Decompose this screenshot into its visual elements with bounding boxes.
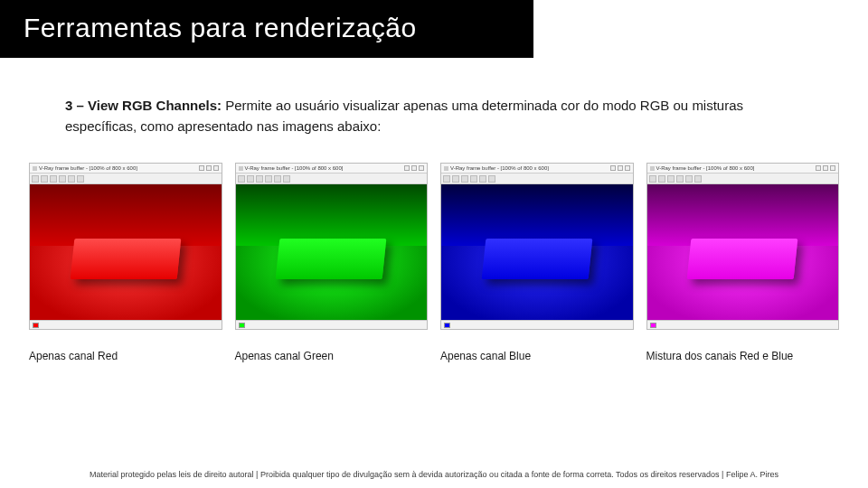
vfb-footer — [30, 320, 222, 329]
slide-title: Ferramentas para renderização — [24, 13, 510, 43]
panel-green: V-Ray frame buffer - [100% of 800 x 600] — [235, 163, 429, 362]
tool-button[interactable] — [247, 175, 254, 183]
window-controls[interactable] — [404, 165, 424, 171]
render-view-blue — [441, 184, 633, 320]
slide: Ferramentas para renderização 3 – View R… — [0, 0, 868, 488]
render-gallery: V-Ray frame buffer - [100% of 800 x 600] — [29, 163, 839, 362]
tool-button[interactable] — [283, 175, 290, 183]
tool-button[interactable] — [676, 175, 684, 183]
vfb-window: V-Ray frame buffer - [100% of 800 x 600] — [29, 163, 222, 330]
color-swatch — [33, 323, 39, 328]
panel-magenta: V-Ray frame buffer - [100% of 800 x 600] — [646, 163, 840, 362]
tool-button[interactable] — [256, 175, 263, 183]
tool-button[interactable] — [479, 175, 486, 183]
window-controls[interactable] — [816, 165, 835, 171]
caption-green: Apenas canal Green — [235, 350, 429, 362]
vfb-titlebar: V-Ray frame buffer - [100% of 800 x 600] — [647, 164, 839, 174]
tool-button[interactable] — [50, 175, 57, 183]
tool-button[interactable] — [461, 175, 468, 183]
render-view-green — [236, 184, 428, 320]
tool-button[interactable] — [685, 175, 693, 183]
vfb-titlebar: V-Ray frame buffer - [100% of 800 x 600] — [236, 164, 428, 174]
intro-lead: 3 – View RGB Channels: — [65, 98, 222, 113]
panel-blue: V-Ray frame buffer - [100% of 800 x 600] — [440, 163, 634, 362]
tool-button[interactable] — [41, 175, 48, 183]
intro-paragraph: 3 – View RGB Channels: Permite ao usuári… — [65, 96, 803, 136]
tool-button[interactable] — [68, 175, 75, 183]
vfb-window: V-Ray frame buffer - [100% of 800 x 600] — [646, 163, 840, 330]
render-view-magenta — [647, 184, 839, 320]
tool-button[interactable] — [658, 175, 665, 183]
color-swatch — [444, 323, 450, 328]
tool-button[interactable] — [77, 175, 84, 183]
color-swatch — [650, 323, 656, 328]
tool-button[interactable] — [238, 175, 245, 183]
tool-button[interactable] — [274, 175, 281, 183]
vfb-footer — [236, 320, 428, 329]
tool-button[interactable] — [32, 175, 39, 183]
vfb-toolbar[interactable] — [647, 174, 839, 184]
tool-button[interactable] — [694, 175, 702, 183]
vray-icon — [444, 166, 448, 171]
vfb-toolbar[interactable] — [236, 174, 428, 184]
slide-footer: Material protegido pelas leis de direito… — [0, 470, 868, 479]
vfb-window-title-text: V-Ray frame buffer - [100% of 800 x 600] — [656, 165, 755, 171]
panel-red: V-Ray frame buffer - [100% of 800 x 600] — [29, 163, 222, 362]
tool-button[interactable] — [667, 175, 675, 183]
vfb-window: V-Ray frame buffer - [100% of 800 x 600] — [235, 163, 429, 330]
vfb-toolbar[interactable] — [441, 174, 633, 184]
vfb-window: V-Ray frame buffer - [100% of 800 x 600] — [440, 163, 634, 330]
vfb-window-title-text: V-Ray frame buffer - [100% of 800 x 600] — [245, 165, 344, 171]
tool-button[interactable] — [649, 175, 656, 183]
vfb-footer — [647, 320, 839, 329]
vfb-titlebar: V-Ray frame buffer - [100% of 800 x 600] — [441, 164, 633, 174]
window-controls[interactable] — [610, 165, 630, 171]
vfb-toolbar[interactable] — [30, 174, 222, 184]
window-controls[interactable] — [199, 165, 219, 171]
tool-button[interactable] — [470, 175, 477, 183]
tool-button[interactable] — [488, 175, 495, 183]
vfb-footer — [441, 320, 633, 329]
vfb-window-title-text: V-Ray frame buffer - [100% of 800 x 600] — [39, 165, 137, 171]
tool-button[interactable] — [59, 175, 66, 183]
tool-button[interactable] — [443, 175, 450, 183]
render-view-red — [30, 184, 222, 320]
tool-button[interactable] — [452, 175, 459, 183]
caption-blue: Apenas canal Blue — [440, 350, 634, 362]
caption-magenta: Mistura dos canais Red e Blue — [646, 350, 840, 362]
vray-icon — [33, 166, 37, 171]
title-bar: Ferramentas para renderização — [0, 0, 533, 58]
vfb-window-title-text: V-Ray frame buffer - [100% of 800 x 600] — [450, 165, 549, 171]
vfb-titlebar: V-Ray frame buffer - [100% of 800 x 600] — [30, 164, 222, 174]
color-swatch — [239, 323, 245, 328]
tool-button[interactable] — [265, 175, 272, 183]
vray-icon — [650, 166, 655, 171]
body-text: 3 – View RGB Channels: Permite ao usuári… — [65, 96, 803, 136]
caption-red: Apenas canal Red — [29, 350, 222, 362]
vray-icon — [239, 166, 243, 171]
